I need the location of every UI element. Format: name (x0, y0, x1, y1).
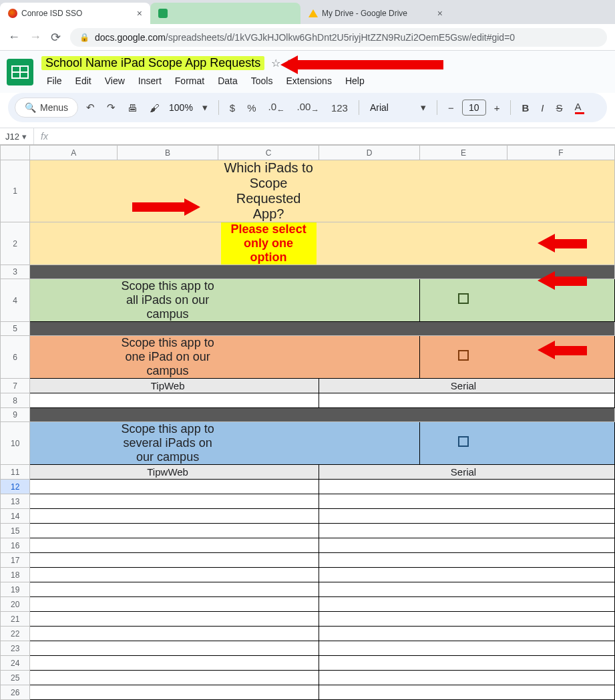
search-icon: 🔍 (25, 102, 36, 113)
menu-format[interactable]: Format (170, 73, 210, 89)
sheets-toolbar: 🔍 Menus ↶ ↷ 🖶 🖌 100% ▾ $ % .0← .00→ 123 … (8, 93, 607, 122)
menu-view[interactable]: View (99, 73, 130, 89)
checkbox-one[interactable] (420, 336, 507, 379)
tipwweb-header[interactable]: TipwWeb (118, 465, 218, 480)
favicon-icon (8, 9, 17, 18)
font-select[interactable]: Arial (366, 102, 413, 113)
move-icon[interactable]: ▣ (287, 57, 297, 69)
row-header[interactable]: 17 (1, 553, 30, 568)
row-header[interactable]: 22 (1, 627, 30, 641)
row-header[interactable]: 19 (1, 582, 30, 597)
font-size-decrease[interactable]: − (444, 100, 458, 116)
col-header[interactable]: A (30, 146, 118, 160)
row-header[interactable]: 26 (1, 685, 30, 700)
number-format-button[interactable]: 123 (327, 100, 352, 116)
row-header[interactable]: 10 (1, 422, 30, 465)
cloud-icon[interactable]: ☁ (304, 57, 315, 69)
undo-button[interactable]: ↶ (82, 99, 99, 116)
row-header[interactable]: 21 (1, 612, 30, 627)
zoom-select[interactable]: 100% (168, 102, 194, 113)
select-all-corner[interactable] (1, 146, 30, 160)
url-path: /spreadsheets/d/1kVGJkHJOlkw6GhDnt2U5riy… (166, 32, 515, 43)
reload-button[interactable]: ⟳ (51, 30, 61, 45)
increase-decimal-button[interactable]: .00→ (293, 98, 323, 118)
browser-tab-2[interactable] (150, 3, 300, 24)
menu-file[interactable]: File (41, 73, 67, 89)
menu-data[interactable]: Data (212, 73, 243, 89)
row-header[interactable]: 14 (1, 509, 30, 524)
decrease-decimal-button[interactable]: .0← (264, 98, 289, 118)
sheets-header: School Name iPad Scope App Requests ☆ ▣ … (0, 51, 615, 93)
option-several-label[interactable]: Scope this app to several iPads on our c… (118, 422, 218, 465)
row-header[interactable]: 6 (1, 336, 30, 379)
bold-button[interactable]: B (518, 100, 533, 116)
formula-input[interactable] (55, 130, 615, 143)
redo-button[interactable]: ↷ (103, 99, 120, 116)
row-header[interactable]: 18 (1, 568, 30, 582)
chevron-down-icon[interactable]: ▾ (417, 99, 430, 116)
row-header[interactable]: 5 (1, 322, 30, 336)
col-header[interactable]: E (420, 146, 507, 160)
serial-header[interactable]: Serial (420, 465, 507, 480)
menu-extensions[interactable]: Extensions (280, 73, 337, 89)
tipweb-header[interactable]: TipWeb (118, 379, 218, 393)
currency-button[interactable]: $ (226, 100, 239, 116)
italic-button[interactable]: I (537, 100, 548, 116)
row-header[interactable]: 25 (1, 671, 30, 685)
percent-button[interactable]: % (243, 100, 260, 116)
menus-label: Menus (40, 102, 68, 113)
font-size-increase[interactable]: + (490, 100, 504, 116)
favicon-icon (158, 9, 168, 18)
col-header[interactable]: B (118, 146, 218, 160)
chevron-down-icon[interactable]: ▾ (198, 99, 212, 116)
col-header[interactable]: C (218, 146, 319, 160)
row-header[interactable]: 24 (1, 656, 30, 671)
browser-tab-1[interactable]: Conroe ISD SSO × (0, 3, 150, 24)
close-icon[interactable]: × (137, 8, 142, 19)
browser-tab-3[interactable]: My Drive - Google Drive × (300, 3, 451, 24)
note-cell[interactable]: Please select only one option (218, 222, 319, 265)
checkbox-several[interactable] (420, 422, 507, 465)
row-header[interactable]: 23 (1, 641, 30, 656)
option-one-label[interactable]: Scope this app to one iPad on our campus (118, 336, 218, 379)
title-cell[interactable]: Which iPads to Scope Requested App? (218, 160, 319, 222)
row-header[interactable]: 20 (1, 597, 30, 612)
checkbox-all[interactable] (420, 279, 507, 322)
row-header[interactable]: 12 (1, 480, 30, 494)
text-color-button[interactable]: A (571, 98, 588, 117)
row-header[interactable]: 8 (1, 393, 30, 408)
print-button[interactable]: 🖶 (124, 100, 142, 116)
row-header[interactable]: 11 (1, 465, 30, 480)
menu-help[interactable]: Help (340, 73, 370, 89)
row-header[interactable]: 9 (1, 408, 30, 422)
strike-button[interactable]: S (552, 100, 566, 116)
row-header[interactable]: 15 (1, 524, 30, 538)
font-size-input[interactable]: 10 (462, 100, 486, 116)
row-header[interactable]: 7 (1, 379, 30, 393)
name-box[interactable]: J12 ▾ (0, 132, 33, 142)
row-header[interactable]: 3 (1, 265, 30, 279)
row-header[interactable]: 16 (1, 538, 30, 553)
back-button[interactable]: ← (8, 30, 20, 44)
document-title[interactable]: School Name iPad Scope App Requests (41, 56, 264, 70)
sheets-logo-icon[interactable] (7, 59, 33, 85)
menu-tools[interactable]: Tools (246, 73, 278, 89)
col-header[interactable]: D (319, 146, 420, 160)
menu-edit[interactable]: Edit (70, 73, 97, 89)
cell[interactable] (30, 160, 118, 222)
forward-button[interactable]: → (29, 30, 41, 44)
col-header[interactable]: F (507, 146, 614, 160)
close-icon[interactable]: × (437, 8, 443, 19)
row-header[interactable]: 2 (1, 222, 30, 265)
address-bar[interactable]: 🔒 docs.google.com/spreadsheets/d/1kVGJkH… (70, 28, 607, 47)
menus-search[interactable]: 🔍 Menus (15, 98, 78, 118)
row-header[interactable]: 4 (1, 279, 30, 322)
option-all-label[interactable]: Scope this app to all iPads on our campu… (118, 279, 218, 322)
row-header[interactable]: 1 (1, 160, 30, 222)
serial-header[interactable]: Serial (420, 379, 507, 393)
row-header[interactable]: 13 (1, 494, 30, 509)
menu-insert[interactable]: Insert (133, 73, 167, 89)
paint-format-button[interactable]: 🖌 (146, 100, 164, 116)
spreadsheet-grid[interactable]: A B C D E F 1 Which iPads to Scope Reque… (0, 145, 615, 700)
star-icon[interactable]: ☆ (271, 57, 280, 69)
